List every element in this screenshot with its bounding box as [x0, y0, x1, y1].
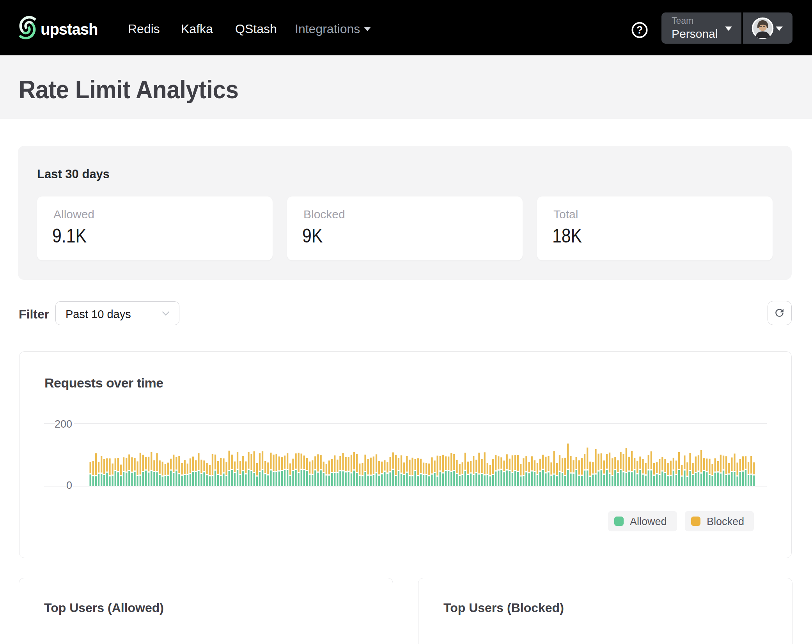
svg-text:?: ?: [636, 24, 643, 36]
